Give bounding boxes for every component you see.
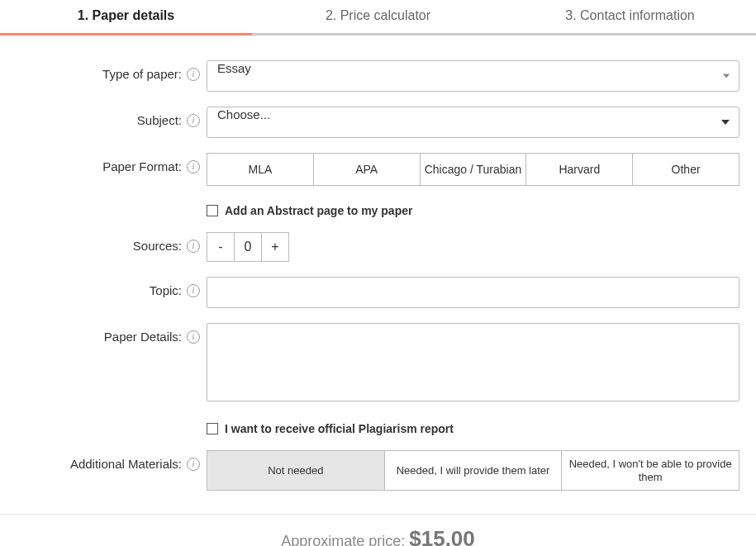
type-of-paper-select[interactable]: Essay [207, 60, 739, 92]
sources-minus-button[interactable]: - [207, 232, 235, 262]
abstract-checkbox-label: Add an Abstract page to my paper [225, 204, 412, 217]
plagiarism-checkbox-label: I want to receive official Plagiarism re… [225, 422, 454, 435]
paper-format-group: MLA APA Chicago / Turabian Harvard Other [207, 153, 739, 186]
type-of-paper-label: Type of paper: [102, 67, 182, 81]
paper-details-form: Type of paper: i Essay Subject: i Choose… [0, 36, 756, 514]
materials-option-not-needed[interactable]: Not needed [207, 450, 385, 491]
info-icon[interactable]: i [187, 160, 200, 173]
info-icon[interactable]: i [187, 114, 200, 127]
step-paper-details[interactable]: 1. Paper details [0, 0, 252, 33]
format-option-apa[interactable]: APA [313, 153, 421, 186]
info-icon[interactable]: i [187, 240, 200, 253]
format-option-other[interactable]: Other [632, 153, 739, 186]
step-price-calculator[interactable]: 2. Price calculator [252, 0, 504, 33]
additional-materials-label: Additional Materials: [70, 457, 182, 471]
step-contact-information[interactable]: 3. Contact information [504, 0, 756, 33]
format-option-mla[interactable]: MLA [207, 153, 314, 186]
price-bar: Approximate price: $15.00 [0, 514, 756, 546]
subject-select[interactable]: Choose... [207, 107, 739, 138]
additional-materials-group: Not needed Needed, I will provide them l… [207, 450, 739, 491]
subject-label: Subject: [137, 113, 182, 127]
info-icon[interactable]: i [187, 458, 200, 471]
topic-label: Topic: [150, 283, 182, 297]
paper-details-textarea[interactable] [207, 323, 739, 401]
sources-plus-button[interactable]: + [261, 232, 289, 262]
plagiarism-checkbox[interactable] [207, 423, 218, 434]
progress-steps: 1. Paper details 2. Price calculator 3. … [0, 0, 756, 36]
format-option-chicago[interactable]: Chicago / Turabian [420, 153, 527, 186]
format-option-harvard[interactable]: Harvard [525, 153, 633, 186]
materials-option-cannot-provide[interactable]: Needed, I won't be able to provide them [561, 450, 739, 491]
step-underline [0, 33, 252, 36]
paper-format-label: Paper Format: [102, 159, 182, 173]
topic-input[interactable] [207, 277, 739, 308]
approximate-price-value: $15.00 [409, 526, 475, 546]
info-icon[interactable]: i [187, 68, 200, 81]
sources-label: Sources: [133, 239, 182, 253]
abstract-checkbox[interactable] [207, 205, 218, 216]
materials-option-provide-later[interactable]: Needed, I will provide them later [384, 450, 563, 491]
approximate-price-label: Approximate price: [281, 533, 409, 546]
info-icon[interactable]: i [187, 284, 200, 297]
paper-details-label: Paper Details: [104, 330, 182, 344]
info-icon[interactable]: i [187, 330, 200, 344]
sources-stepper: - 0 + [207, 232, 289, 262]
sources-value: 0 [234, 232, 262, 262]
